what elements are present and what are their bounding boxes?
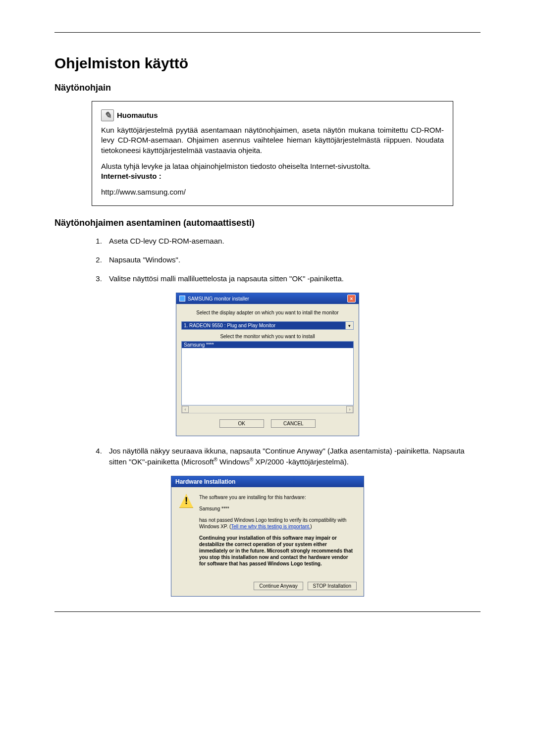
dialog-title-text: SAMSUNG monitor installer	[188, 296, 249, 302]
ok-button[interactable]: OK	[219, 419, 264, 428]
why-testing-link[interactable]: Tell me why this testing is important.	[231, 524, 310, 529]
note-title: Huomautus	[117, 110, 158, 120]
scroll-right-icon[interactable]: ›	[346, 406, 353, 413]
monitor-listbox[interactable]: Samsung ****	[181, 341, 354, 405]
bottom-rule	[54, 611, 481, 612]
dialog-titlebar: Hardware Installation	[171, 476, 364, 487]
adapter-label: Select the display adapter on which you …	[181, 310, 354, 315]
monitor-list-selected[interactable]: Samsung ****	[182, 342, 353, 348]
app-icon	[179, 296, 185, 302]
section-monitor-driver: Näytönohjain	[54, 83, 481, 93]
horizontal-scrollbar[interactable]: ‹ ›	[181, 405, 354, 413]
adapter-combobox-value: 1. RADEON 9550 : Plug and Play Monitor	[181, 321, 346, 330]
hw-p4: Continuing your installation of this sof…	[199, 535, 356, 567]
top-rule	[54, 32, 481, 33]
step-4-text-c: XP/2000 -käyttöjärjestelmä).	[253, 457, 349, 466]
scroll-left-icon[interactable]: ‹	[182, 406, 189, 413]
note-box: ✎ Huomautus Kun käyttöjärjestelmä pyytää…	[92, 101, 453, 206]
continue-anyway-button[interactable]: Continue Anyway	[254, 582, 303, 590]
step-1: Aseta CD-levy CD-ROM-asemaan.	[104, 236, 481, 246]
hw-p1: The software you are installing for this…	[199, 494, 356, 501]
dialog-titlebar: SAMSUNG monitor installer ×	[176, 293, 359, 304]
hw-p3b: )	[310, 524, 312, 529]
chevron-down-icon[interactable]: ▾	[346, 321, 354, 330]
step-4-text-b: Windows	[217, 457, 250, 466]
dialog-body-text: The software you are installing for this…	[199, 494, 356, 572]
adapter-combobox[interactable]: 1. RADEON 9550 : Plug and Play Monitor ▾	[181, 321, 354, 330]
monitor-label: Select the monitor which you want to ins…	[181, 334, 354, 339]
note-p2: Alusta tyhjä levyke ja lataa ohjainohjel…	[101, 161, 444, 182]
note-url: http://www.samsung.com/	[101, 187, 444, 197]
cancel-button[interactable]: CANCEL	[271, 419, 316, 428]
section-auto-install: Näytönohjaimen asentaminen (automaattise…	[54, 218, 481, 228]
step-2: Napsauta "Windows".	[104, 255, 481, 265]
close-icon[interactable]: ×	[347, 295, 356, 302]
hardware-dialog-figure: Hardware Installation ! The software you…	[54, 476, 481, 597]
step-4: Jos näytöllä näkyy seuraava ikkuna, naps…	[104, 446, 481, 467]
note-p1: Kun käyttöjärjestelmä pyytää asentamaan …	[101, 125, 444, 155]
install-steps: Aseta CD-levy CD-ROM-asemaan. Napsauta "…	[104, 236, 481, 284]
hw-p2: Samsung ****	[199, 505, 356, 512]
stop-installation-button[interactable]: STOP Installation	[308, 582, 357, 590]
note-icon: ✎	[101, 109, 114, 121]
samsung-installer-dialog: SAMSUNG monitor installer × Select the d…	[176, 293, 359, 436]
note-p2-text: Alusta tyhjä levyke ja lataa ohjainohjel…	[101, 162, 371, 170]
step-3: Valitse näyttösi malli malliluettelosta …	[104, 274, 481, 284]
hw-p3: has not passed Windows Logo testing to v…	[199, 517, 356, 530]
note-internet-label: Internet-sivusto :	[101, 172, 161, 180]
page-title: Ohjelmiston käyttö	[54, 55, 481, 72]
warning-icon: !	[179, 494, 193, 508]
installer-dialog-figure: SAMSUNG monitor installer × Select the d…	[54, 293, 481, 436]
install-steps-cont: Jos näytöllä näkyy seuraava ikkuna, naps…	[104, 446, 481, 467]
hardware-installation-dialog: Hardware Installation ! The software you…	[171, 476, 364, 597]
note-header: ✎ Huomautus	[101, 109, 444, 121]
reg-mark-1: ®	[214, 457, 217, 462]
